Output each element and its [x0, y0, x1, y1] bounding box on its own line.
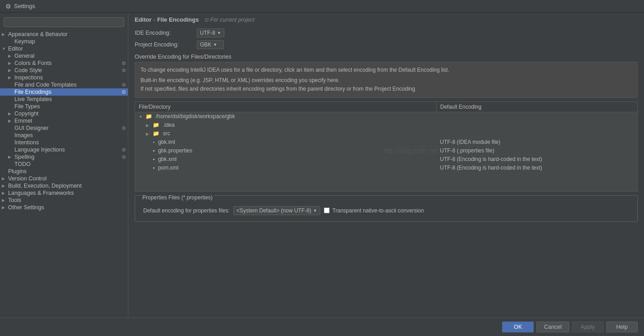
sidebar-item-languages[interactable]: Languages & Frameworks	[0, 189, 128, 197]
table-row[interactable]: 📁 .idea	[135, 120, 637, 129]
ok-button[interactable]: OK	[502, 322, 534, 332]
info-line1: To change encoding IntelliJ IDEA uses fo…	[141, 66, 632, 74]
properties-section: Properties Files (*.properties) Default …	[135, 195, 638, 222]
settings-icon: ⚙	[122, 82, 126, 88]
transparent-conversion-label[interactable]: Transparent native-to-ascii conversion	[332, 207, 424, 214]
breadcrumb-current: File Encodings	[157, 16, 199, 23]
dropdown-caret-icon: ▼	[213, 42, 217, 47]
file-path: 📁 src	[135, 129, 436, 138]
sidebar-item-file-types[interactable]: File Types	[0, 103, 128, 110]
sidebar-item-emmet[interactable]: Emmet	[0, 117, 128, 124]
folder-icon: 📁	[153, 122, 159, 128]
table-row[interactable]: ▪ pom.xml UTF-8 (Encoding is hard-coded …	[135, 163, 637, 172]
table-row[interactable]: 📁 /home/dsl/bigdisk/workspace/gbk	[135, 112, 637, 120]
cancel-button[interactable]: Cancel	[536, 322, 569, 332]
title-text: Settings	[14, 3, 35, 9]
breadcrumb: Editor › File Encodings ⊙ For current pr…	[128, 13, 644, 25]
sidebar-item-copyright[interactable]: Copyright	[0, 110, 128, 117]
file-path: ▪ gbk.properties	[135, 146, 436, 155]
project-encoding-dropdown[interactable]: GBK ▼	[197, 40, 224, 49]
sidebar-item-todo[interactable]: TODO	[0, 161, 128, 168]
arrow-icon	[2, 191, 8, 195]
transparent-conversion-checkbox[interactable]	[324, 207, 330, 213]
arrow-icon	[8, 61, 14, 65]
file-icon: ▪	[153, 156, 154, 162]
search-box[interactable]	[4, 17, 124, 27]
ide-encoding-dropdown[interactable]: UTF-8 ▼	[197, 28, 224, 37]
sidebar-item-live-templates[interactable]: Live Templates	[0, 96, 128, 103]
settings-icon: ⚙	[122, 147, 126, 153]
sidebar-item-file-encodings[interactable]: File Encodings ⚙	[0, 88, 128, 96]
sidebar-item-keymap[interactable]: Keymap	[0, 38, 128, 45]
dialog-footer: OK Cancel Apply Help	[0, 318, 644, 336]
sidebar-item-version-control[interactable]: Version Control	[0, 175, 128, 182]
dropdown-caret-icon: ▼	[313, 208, 317, 213]
sidebar-item-file-code-templates[interactable]: File and Code Templates ⚙	[0, 81, 128, 88]
col-default-encoding: Default Encoding	[436, 102, 637, 112]
breadcrumb-parent: Editor	[135, 16, 152, 23]
sidebar-item-code-style[interactable]: Code Style ⚙	[0, 67, 128, 74]
sidebar-item-spelling[interactable]: Spelling ⚙	[0, 153, 128, 161]
breadcrumb-note: ⊙ For current project	[204, 17, 254, 23]
arrow-icon	[2, 198, 8, 203]
settings-dialog: Appearance & Behavior Keymap Editor Gene…	[0, 13, 644, 336]
sidebar-item-colors-fonts[interactable]: Colors & Fonts ⚙	[0, 60, 128, 67]
table-row[interactable]: 📁 src	[135, 129, 637, 138]
dropdown-caret-icon: ▼	[217, 31, 221, 35]
file-path: 📁 .idea	[135, 120, 436, 129]
arrow-icon	[8, 54, 14, 58]
file-encoding: UTF-8 (Encoding is hard-coded in the tex…	[436, 163, 637, 172]
file-icon: ▪	[153, 147, 154, 154]
sidebar-item-general[interactable]: General	[0, 52, 128, 60]
properties-inner: Default encoding for properties files: <…	[139, 203, 634, 218]
file-path: 📁 /home/dsl/bigdisk/workspace/gbk	[135, 112, 436, 120]
sidebar-item-other-settings[interactable]: Other Settings	[0, 204, 128, 211]
expand-icon	[139, 115, 144, 119]
info-box: To change encoding IntelliJ IDEA uses fo…	[135, 62, 638, 98]
sidebar-item-intentions[interactable]: Intentions	[0, 139, 128, 146]
sidebar-item-inspections[interactable]: Inspections	[0, 74, 128, 81]
gear-icon: ⚙	[5, 3, 11, 10]
ide-encoding-label: IDE Encoding:	[135, 30, 193, 36]
sidebar-item-tools[interactable]: Tools	[0, 197, 128, 204]
file-path: ▪ pom.xml	[135, 163, 436, 172]
table-row[interactable]: ▪ gbk.iml UTF-8 (IDEA module file)	[135, 138, 637, 146]
settings-icon: ⚙	[122, 89, 126, 95]
settings-icon: ⚙	[122, 125, 126, 131]
settings-icon: ⚙	[122, 154, 126, 160]
arrow-icon	[8, 75, 14, 80]
settings-icon: ⚙	[122, 68, 126, 74]
table-row[interactable]: ▪ gbk.properties UTF-8 (.properties file…	[135, 146, 637, 155]
apply-button[interactable]: Apply	[572, 322, 603, 332]
file-encoding: UTF-8 (.properties file)	[436, 146, 637, 155]
dialog-body: Appearance & Behavior Keymap Editor Gene…	[0, 13, 644, 318]
file-icon: ▪	[153, 139, 154, 145]
file-path: ▪ gbk.xml	[135, 155, 436, 163]
sidebar-item-plugins[interactable]: Plugins	[0, 168, 128, 175]
properties-encoding-dropdown[interactable]: <System Default> (now UTF-8) ▼	[233, 206, 320, 215]
sidebar-item-build[interactable]: Build, Execution, Deployment	[0, 182, 128, 189]
search-input[interactable]	[4, 17, 124, 27]
project-encoding-label: Project Encoding:	[135, 41, 193, 48]
sidebar-item-editor[interactable]: Editor	[0, 45, 128, 52]
sidebar-item-appearance[interactable]: Appearance & Behavior	[0, 31, 128, 38]
project-encoding-row: Project Encoding: GBK ▼	[135, 40, 638, 49]
properties-encoding-value: <System Default> (now UTF-8)	[236, 207, 311, 214]
sidebar-item-images[interactable]: Images	[0, 132, 128, 139]
help-button[interactable]: Help	[606, 322, 638, 332]
file-encoding	[436, 112, 637, 120]
sidebar-item-gui-designer[interactable]: GUI Designer ⚙	[0, 124, 128, 132]
title-bar: ⚙ Settings	[0, 0, 644, 13]
ide-encoding-row: IDE Encoding: UTF-8 ▼	[135, 28, 638, 37]
file-path: ▪ gbk.iml	[135, 138, 436, 146]
arrow-icon	[2, 32, 8, 37]
main-content: Editor › File Encodings ⊙ For current pr…	[128, 13, 644, 318]
folder-icon: 📁	[153, 130, 159, 137]
file-table[interactable]: File/Directory Default Encoding	[135, 101, 638, 192]
settings-icon: ⚙	[122, 60, 126, 66]
file-directory-table: File/Directory Default Encoding	[135, 102, 637, 172]
sidebar-item-language-injections[interactable]: Language Injections ⚙	[0, 146, 128, 153]
content-area: IDE Encoding: UTF-8 ▼ Project Encoding: …	[128, 25, 644, 318]
expand-icon	[146, 123, 151, 128]
table-row[interactable]: ▪ gbk.xml UTF-8 (Encoding is hard-coded …	[135, 155, 637, 163]
